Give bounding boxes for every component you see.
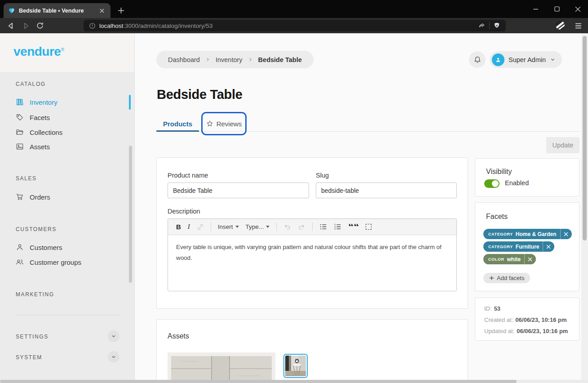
notifications-button[interactable] <box>469 51 486 68</box>
featured-asset-image[interactable] <box>168 352 275 383</box>
logo-area: vendure® <box>0 33 134 72</box>
vendure-logo-icon <box>8 7 15 14</box>
add-facets-button[interactable]: Add facets <box>483 273 530 283</box>
share-icon[interactable] <box>478 22 486 30</box>
browser-tab[interactable]: Bedside Table • Vendure <box>4 3 111 18</box>
window-close-button[interactable] <box>569 3 587 15</box>
site-info-icon[interactable] <box>89 22 96 29</box>
editor-toolbar: B I Insert Type... <box>168 219 456 235</box>
description-label: Description <box>168 208 200 215</box>
facet-chip: COLOR white <box>483 254 536 264</box>
insert-dropdown[interactable]: Insert <box>218 223 239 230</box>
facets-title: Facets <box>486 213 508 221</box>
horizontal-scrollbar-thumb[interactable] <box>0 380 517 383</box>
back-button[interactable] <box>6 21 16 31</box>
type-dropdown[interactable]: Type... <box>246 223 270 230</box>
cart-icon <box>16 193 24 201</box>
updated-at-row: Updated at: 06/06/23, 10:16 pm <box>484 325 570 337</box>
section-header-marketing: MARKETING <box>16 291 54 298</box>
redo-icon[interactable] <box>298 223 305 231</box>
url-host: localhost <box>99 22 123 29</box>
entity-id-row: ID: 53 <box>484 303 570 314</box>
visibility-card: Visibility Enabled <box>475 158 579 196</box>
bullet-list-icon[interactable] <box>319 223 327 231</box>
rich-text-editor: B I Insert Type... <box>168 218 457 291</box>
bold-button[interactable]: B <box>176 223 181 231</box>
remove-facet-button[interactable] <box>543 241 554 252</box>
vertical-scrollbar-thumb[interactable] <box>583 36 587 240</box>
window-maximize-button[interactable] <box>548 3 566 15</box>
sidebar-item-label: Inventory <box>30 98 57 106</box>
asset-thumbnail-selected[interactable] <box>283 354 308 378</box>
toolbar-divider <box>489 22 490 29</box>
window-minimize-button[interactable] <box>526 3 544 15</box>
toolbar-divider <box>211 223 211 231</box>
remove-facet-button[interactable] <box>524 254 536 264</box>
folder-icon <box>16 128 24 136</box>
product-detail-card: Product name Slug Description B I Insert… <box>156 157 468 309</box>
tab-reviews-highlighted[interactable]: Reviews <box>201 112 247 135</box>
product-name-label: Product name <box>168 172 208 179</box>
user-avatar-icon <box>492 53 504 66</box>
sidebar-item-collections[interactable]: Collections <box>0 125 128 139</box>
sidebar-divider <box>15 315 120 315</box>
sidebar-item-customer-groups[interactable]: Customer groups <box>0 255 128 269</box>
plus-icon <box>489 276 494 281</box>
forward-button[interactable] <box>21 21 31 31</box>
facets-card: Facets CATEGORY Home & Garden CATEGORY F… <box>475 202 579 291</box>
facet-chip: CATEGORY Home & Garden <box>483 229 572 239</box>
caret-down-icon <box>235 226 239 228</box>
link-icon[interactable] <box>197 223 204 231</box>
user-icon <box>16 243 24 251</box>
description-text[interactable]: Every table is unique, with varying grai… <box>168 235 456 270</box>
sidebar-item-customers[interactable]: Customers <box>0 240 128 254</box>
slug-input[interactable] <box>316 183 457 198</box>
tab-close-icon[interactable] <box>98 7 106 15</box>
breadcrumb-dashboard[interactable]: Dashboard <box>168 56 200 63</box>
tab-products[interactable]: Products <box>156 116 199 131</box>
url-path: :3000/admin/catalog/inventory/53 <box>123 22 212 29</box>
italic-button[interactable]: I <box>188 223 190 231</box>
browser-window: Bedside Table • Vendure localhost:300 <box>0 0 588 383</box>
breadcrumb-inventory[interactable]: Inventory <box>216 56 243 63</box>
browser-menu-icon[interactable] <box>573 21 583 31</box>
user-menu[interactable]: Super Admin <box>490 51 562 68</box>
bell-icon <box>473 56 482 64</box>
brave-shield-icon[interactable] <box>493 22 500 29</box>
sidebar-item-inventory[interactable]: Inventory <box>0 95 128 109</box>
sidebar-item-label: Customers <box>30 244 62 251</box>
sidebar-item-assets[interactable]: Assets <box>0 140 128 153</box>
chevron-down-icon[interactable] <box>108 330 119 342</box>
horizontal-scrollbar-track <box>0 380 588 383</box>
user-name: Super Admin <box>508 56 546 63</box>
profile-avatar[interactable] <box>555 20 565 30</box>
breadcrumb-current: Bedside Table <box>258 56 302 63</box>
sidebar-item-orders[interactable]: Orders <box>0 190 128 204</box>
vertical-scrollbar-track <box>581 33 588 383</box>
sidebar-scrollbar[interactable] <box>129 146 132 283</box>
assets-title: Assets <box>168 332 189 340</box>
product-name-input[interactable] <box>168 183 309 198</box>
visibility-toggle[interactable] <box>484 179 500 188</box>
assets-card: Assets <box>156 319 468 383</box>
chevron-down-icon[interactable] <box>108 351 119 363</box>
remove-facet-button[interactable] <box>560 229 572 239</box>
facet-chip-list: CATEGORY Home & Garden CATEGORY Furnitur… <box>483 229 572 264</box>
section-header-customers: CUSTOMERS <box>16 226 57 232</box>
users-icon <box>16 258 24 266</box>
browser-titlebar: Bedside Table • Vendure <box>0 0 588 18</box>
created-at-row: Created at: 06/06/23, 10:16 pm <box>484 314 570 325</box>
slug-label: Slug <box>316 172 329 179</box>
reload-button[interactable] <box>35 21 45 31</box>
blockquote-icon[interactable]: ““ <box>348 224 359 230</box>
new-tab-button[interactable] <box>116 5 126 15</box>
update-button[interactable]: Update <box>546 137 579 153</box>
ordered-list-icon[interactable] <box>334 223 341 231</box>
undo-icon[interactable] <box>283 223 291 231</box>
section-header-catalog: CATALOG <box>16 81 46 87</box>
sidebar-item-label: Facets <box>30 114 50 121</box>
vendure-wordmark[interactable]: vendure® <box>13 45 64 59</box>
url-bar[interactable]: localhost:3000/admin/catalog/inventory/5… <box>84 20 506 31</box>
html-block-icon[interactable] <box>366 224 371 230</box>
sidebar-item-facets[interactable]: Facets <box>0 111 128 124</box>
